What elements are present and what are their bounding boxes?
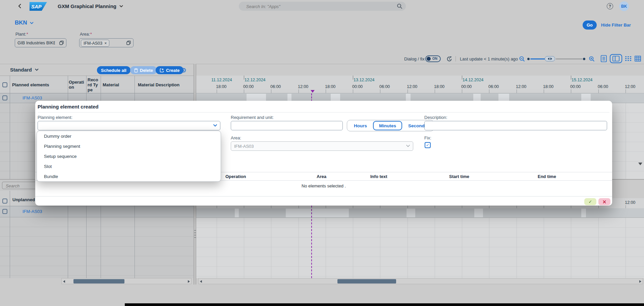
zoom-slider-track[interactable] xyxy=(556,58,583,59)
window-edge xyxy=(125,303,644,306)
dialog-fix-label: Dialog / fix xyxy=(404,54,425,64)
column-header-record-type[interactable]: Record Type xyxy=(88,77,98,92)
required-asterisk: * xyxy=(90,32,92,37)
grid-line xyxy=(462,208,462,278)
dialog-fix-toggle[interactable]: ON xyxy=(425,55,441,62)
unit-option-minutes[interactable]: Minutes xyxy=(373,121,402,130)
description-field[interactable] xyxy=(424,121,607,130)
dialog-column-header: Operation xyxy=(225,174,246,179)
horizontal-scrollbar-left[interactable] xyxy=(61,278,192,284)
resource-link[interactable]: IFM-AS03 xyxy=(22,95,42,100)
requirement-input[interactable] xyxy=(234,121,340,131)
planning-element-combobox[interactable] xyxy=(38,121,220,130)
description-input[interactable] xyxy=(427,121,604,131)
dropdown-option[interactable]: Setup sequence xyxy=(37,151,221,161)
plant-field[interactable]: GIB Industries BIKE (... xyxy=(15,38,66,47)
column-header-material[interactable]: Material xyxy=(103,82,133,87)
zoom-slider-track-filled[interactable] xyxy=(530,58,545,59)
decline-button[interactable]: × xyxy=(598,198,610,205)
dropdown-option[interactable]: Slot xyxy=(37,161,221,171)
resource-link[interactable]: IFM-AS03 xyxy=(22,209,42,214)
plan-variant-selector[interactable]: Standard xyxy=(10,64,39,76)
unit-option-hours[interactable]: Hours xyxy=(348,121,373,130)
area-field[interactable]: IFM-AS03 × xyxy=(79,38,133,47)
row-checkbox[interactable] xyxy=(2,209,7,214)
select-all-checkbox[interactable] xyxy=(2,199,7,204)
dropdown-option[interactable]: Bundle xyxy=(37,171,221,181)
scrollbar-thumb[interactable] xyxy=(337,279,396,283)
scroll-left-icon[interactable] xyxy=(200,280,202,283)
requirement-field[interactable] xyxy=(231,121,343,130)
value-help-icon[interactable] xyxy=(126,41,131,45)
legend-list-icon[interactable] xyxy=(601,55,607,62)
view-grid-icon[interactable] xyxy=(635,56,641,61)
zoom-in-icon[interactable] xyxy=(589,56,595,62)
avatar[interactable]: BK xyxy=(619,1,629,11)
go-button[interactable]: Go xyxy=(583,20,597,30)
chevron-down-icon[interactable] xyxy=(213,124,217,127)
app-title-menu[interactable]: GXM Graphical Planning xyxy=(58,0,123,12)
zoom-out-icon[interactable] xyxy=(519,56,525,62)
planning-element-input[interactable] xyxy=(41,121,217,131)
create-button[interactable]: Create xyxy=(156,66,183,74)
timeline-date-label: 12.12.2024 xyxy=(245,78,266,82)
requirement-label: Requirement and unit: xyxy=(231,115,274,120)
timeline-tick xyxy=(544,89,544,93)
schedule-all-button[interactable]: Schedule all xyxy=(97,66,130,74)
gantt-chart-area-bottom[interactable] xyxy=(196,208,644,278)
back-icon[interactable] xyxy=(17,3,23,9)
scroll-right-icon[interactable] xyxy=(639,280,641,283)
token-remove-icon[interactable]: × xyxy=(104,41,107,46)
timeline-tick xyxy=(489,89,489,93)
scrollbar-thumb[interactable] xyxy=(73,279,124,283)
plan-variant-title: Standard xyxy=(10,67,32,73)
help-icon[interactable]: ? xyxy=(607,3,613,9)
column-header-operation[interactable]: Operation xyxy=(69,80,86,90)
grid-line xyxy=(626,93,626,179)
timeline-tick xyxy=(571,205,571,208)
view-split-button-selected[interactable] xyxy=(610,54,622,63)
scroll-left-icon[interactable] xyxy=(63,280,65,283)
timeline-tick xyxy=(489,205,489,208)
select-all-checkbox[interactable] xyxy=(2,82,7,87)
timeline-date-label: 13.12.2024 xyxy=(354,78,375,82)
area-label: Area:* xyxy=(80,32,92,37)
timeline-tick xyxy=(353,89,353,93)
grid-line xyxy=(517,208,517,278)
timeline-tick xyxy=(353,205,353,208)
column-header-material-description[interactable]: Material Description xyxy=(138,82,192,87)
shell-search[interactable] xyxy=(239,2,406,11)
gear-icon[interactable]: ⚙ xyxy=(181,64,186,76)
timeline-tick xyxy=(517,205,517,208)
planning-element-label: Planning element: xyxy=(38,115,72,120)
table-row[interactable]: IFM-AS03 xyxy=(0,206,194,217)
search-icon[interactable] xyxy=(397,3,402,9)
zoom-slider-handle[interactable] xyxy=(545,56,555,61)
row-checkbox[interactable] xyxy=(2,95,7,100)
gantt-resource-row[interactable] xyxy=(196,208,644,218)
horizontal-scrollbar-right[interactable] xyxy=(198,278,643,284)
timeline-time-label: 06:00 xyxy=(598,84,608,89)
accept-button[interactable]: ✓ xyxy=(584,198,596,205)
area-token[interactable]: IFM-AS03 × xyxy=(81,40,109,47)
refresh-icon[interactable] xyxy=(446,56,452,62)
scroll-down-icon[interactable] xyxy=(638,163,642,167)
current-time-line xyxy=(311,206,312,278)
scroll-right-icon[interactable] xyxy=(188,280,190,283)
timeline-tick xyxy=(408,205,408,208)
splitter-grip-icon[interactable] xyxy=(194,229,196,239)
search-input[interactable] xyxy=(246,2,391,11)
fix-checkbox-checked[interactable]: ✓ xyxy=(425,142,431,148)
dropdown-option[interactable]: Planning segment xyxy=(37,141,221,151)
view-gantt-rows-icon[interactable] xyxy=(625,56,632,61)
delete-button[interactable]: Delete xyxy=(130,66,157,74)
shift-block xyxy=(581,209,586,217)
last-update-text: Last update < 1 minute(s) ago xyxy=(460,54,518,64)
dropdown-option[interactable]: Dummy order xyxy=(37,131,221,141)
value-help-icon[interactable] xyxy=(59,41,64,45)
column-header-planned-elements[interactable]: Planned elements xyxy=(12,82,66,87)
grid-line xyxy=(353,208,353,278)
timeline-header[interactable]: 11.12.202412.12.202413.12.202414.12.2024… xyxy=(196,76,644,93)
hide-filter-bar-link[interactable]: Hide Filter Bar xyxy=(601,20,631,30)
variant-selector[interactable]: BKN xyxy=(15,18,34,27)
